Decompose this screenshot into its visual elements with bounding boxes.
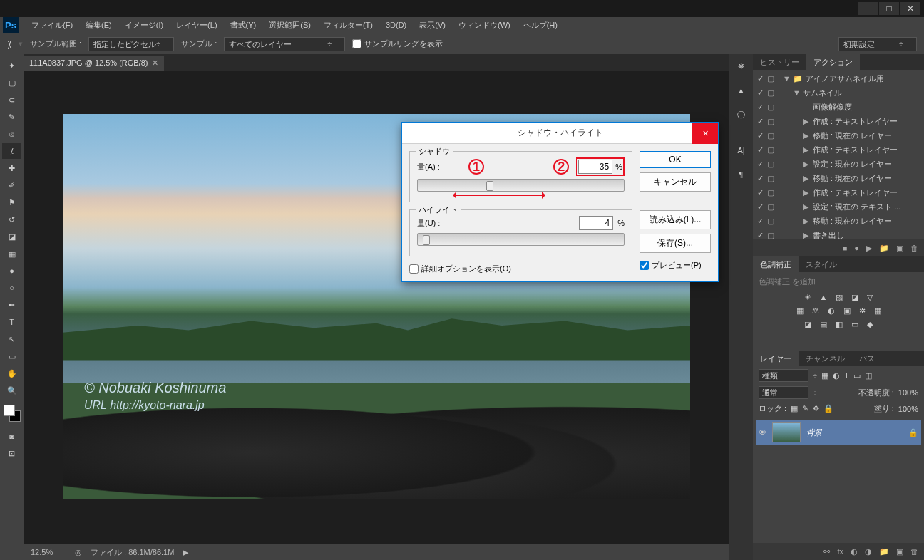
highlight-slider-handle[interactable] [423, 235, 430, 245]
lock-all-icon[interactable]: 🔒 [823, 404, 833, 413]
layer-kind-select[interactable]: 種類 [759, 369, 808, 382]
filter-pixel-icon[interactable]: ▦ [821, 371, 828, 380]
hand-tool[interactable]: ✋ [2, 365, 21, 381]
eyedropper-tool[interactable]: ⁒ [2, 143, 21, 159]
action-row[interactable]: ✓▢▼サムネイル [753, 85, 924, 100]
expander-icon[interactable]: ▶ [803, 145, 810, 155]
check-icon[interactable]: ✓ [756, 103, 764, 112]
check-icon[interactable]: ✓ [756, 145, 764, 155]
pen-tool[interactable]: ✒ [2, 297, 21, 313]
action-row[interactable]: ✓▢▶設定 : 現在の レイヤー [753, 157, 924, 171]
gradient-map-icon[interactable]: ▭ [851, 320, 858, 329]
menu-edit[interactable]: 編集(E) [80, 19, 118, 32]
record-icon[interactable]: ● [854, 244, 859, 252]
selective-color-icon[interactable]: ◆ [867, 320, 873, 329]
filter-adjust-icon[interactable]: ◐ [833, 371, 840, 380]
sample-ring-checkbox[interactable]: サンプルリングを表示 [352, 38, 443, 49]
levels-icon[interactable]: ▲ [820, 293, 828, 302]
dialog-toggle-icon[interactable]: ▢ [767, 202, 777, 212]
fx-icon[interactable]: fx [837, 547, 843, 556]
photo-filter-icon[interactable]: ▣ [843, 306, 851, 316]
invert-icon[interactable]: ◪ [804, 320, 811, 329]
load-button[interactable]: 読み込み(L)... [640, 210, 711, 229]
info-icon[interactable]: ⓘ [732, 105, 751, 124]
visibility-icon[interactable]: 👁 [759, 428, 766, 437]
eraser-tool[interactable]: ◪ [2, 229, 21, 244]
shape-tool[interactable]: ▭ [2, 348, 21, 364]
play-icon[interactable]: ▶ [866, 244, 872, 253]
highlight-amount-input[interactable] [579, 216, 613, 230]
stamp-tool[interactable]: ⚑ [2, 195, 21, 210]
doc-info-icon[interactable]: ◎ [75, 548, 82, 557]
lock-paint-icon[interactable]: ✎ [802, 404, 808, 413]
exposure-icon[interactable]: ◪ [851, 293, 858, 302]
vibrance-icon[interactable]: ▽ [867, 293, 873, 302]
adjustments-tab[interactable]: 色調補正 [753, 256, 799, 272]
menu-type[interactable]: 書式(Y) [225, 19, 262, 32]
brightness-icon[interactable]: ☀ [804, 293, 811, 302]
color-swatches[interactable] [4, 405, 21, 422]
cancel-button[interactable]: キャンセル [640, 172, 711, 192]
crop-tool[interactable]: ⟃ [2, 126, 21, 142]
sample-select[interactable]: すべてのレイヤー ÷ [224, 37, 345, 51]
fg-color-swatch[interactable] [4, 405, 15, 416]
expander-icon[interactable]: ▶ [803, 231, 810, 240]
save-button[interactable]: 保存(S)... [640, 234, 711, 253]
dialog-toggle-icon[interactable]: ▢ [767, 145, 777, 155]
expander-icon[interactable]: ▶ [803, 202, 810, 212]
check-icon[interactable]: ✓ [756, 131, 764, 140]
fill-value[interactable]: 100% [898, 405, 918, 413]
channels-tab[interactable]: チャンネル [799, 351, 852, 366]
close-tab-icon[interactable]: ✕ [152, 58, 158, 68]
check-icon[interactable]: ✓ [756, 231, 764, 240]
path-select-tool[interactable]: ↖ [2, 331, 21, 347]
threshold-icon[interactable]: ◧ [836, 320, 843, 329]
posterize-icon[interactable]: ▤ [820, 320, 827, 329]
lut-icon[interactable]: ▦ [874, 306, 881, 316]
gradient-tool[interactable]: ▦ [2, 246, 21, 261]
ok-button[interactable]: OK [640, 151, 711, 168]
action-row[interactable]: ✓▢▶移動 : 現在の レイヤー [753, 128, 924, 142]
check-icon[interactable]: ✓ [756, 160, 764, 169]
zoom-tool[interactable]: 🔍 [2, 383, 21, 398]
dodge-tool[interactable]: ○ [2, 280, 21, 296]
mask-icon[interactable]: ◐ [851, 547, 858, 556]
link-icon[interactable]: ⚯ [823, 547, 830, 556]
layer-thumbnail[interactable] [772, 422, 801, 442]
check-icon[interactable]: ✓ [756, 217, 764, 226]
menu-select[interactable]: 選択範囲(S) [263, 19, 317, 32]
close-button[interactable]: ✕ [900, 2, 920, 15]
action-row[interactable]: ✓▢▼📁アイノアサムネイル用 [753, 71, 924, 85]
brush-tool[interactable]: ✐ [2, 177, 21, 193]
menu-3d[interactable]: 3D(D) [380, 19, 412, 31]
new-set-icon[interactable]: 📁 [879, 244, 889, 253]
new-group-icon[interactable]: 📁 [879, 547, 889, 556]
heal-tool[interactable]: ✚ [2, 160, 21, 176]
expander-icon[interactable]: ▶ [803, 117, 810, 126]
actions-tab[interactable]: アクション [806, 54, 860, 70]
action-row[interactable]: ✓▢▶設定 : 現在の テキスト ... [753, 199, 924, 214]
menu-image[interactable]: イメージ(I) [119, 19, 169, 32]
character-icon[interactable]: A| [732, 141, 751, 160]
paragraph-icon[interactable]: ¶ [732, 165, 751, 184]
move-tool[interactable]: ✦ [2, 58, 21, 73]
action-row[interactable]: ✓▢画像解像度 [753, 100, 924, 114]
layers-tab[interactable]: レイヤー [753, 351, 799, 366]
new-layer-icon[interactable]: ▣ [896, 547, 903, 556]
expander-icon[interactable]: ▼ [793, 88, 800, 97]
styles-tab[interactable]: スタイル [799, 256, 844, 272]
curves-icon[interactable]: ▨ [836, 293, 843, 302]
dialog-toggle-icon[interactable]: ▢ [767, 117, 777, 126]
filter-smart-icon[interactable]: ◫ [865, 371, 872, 380]
maximize-button[interactable]: □ [879, 2, 899, 15]
dialog-toggle-icon[interactable]: ▢ [767, 217, 777, 226]
check-icon[interactable]: ✓ [756, 174, 764, 183]
delete-layer-icon[interactable]: 🗑 [910, 547, 918, 556]
bw-icon[interactable]: ◐ [828, 306, 835, 316]
trash-icon[interactable]: 🗑 [910, 244, 918, 252]
hsl-icon[interactable]: ▦ [796, 306, 804, 316]
expander-icon[interactable]: ▼ [783, 74, 790, 83]
new-action-icon[interactable]: ▣ [896, 244, 903, 253]
paths-tab[interactable]: パス [852, 351, 882, 366]
channel-mixer-icon[interactable]: ✲ [859, 306, 866, 316]
